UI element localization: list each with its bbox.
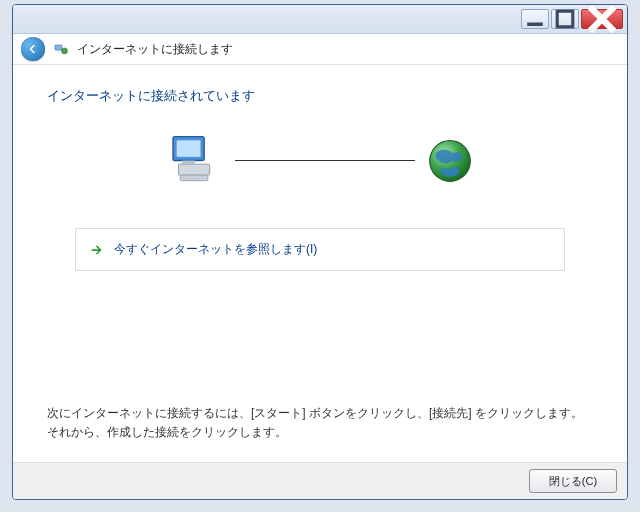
maximize-button[interactable]: [551, 9, 579, 29]
titlebar: [13, 5, 627, 34]
navbar: インターネットに接続します: [13, 34, 627, 65]
svg-point-6: [62, 48, 68, 54]
close-dialog-label: 閉じる(C): [549, 474, 597, 489]
content-area: インターネットに接続されています: [13, 65, 627, 462]
svg-rect-5: [57, 50, 60, 52]
connection-line: [235, 160, 415, 161]
close-dialog-button[interactable]: 閉じる(C): [529, 469, 617, 493]
close-button[interactable]: [581, 9, 623, 29]
minimize-button[interactable]: [521, 9, 549, 29]
computer-icon: [165, 133, 225, 188]
network-wizard-icon: [53, 41, 69, 57]
globe-icon: [425, 136, 475, 186]
browse-internet-option[interactable]: 今すぐインターネットを参照します(I): [75, 228, 565, 271]
svg-rect-10: [182, 161, 195, 165]
arrow-right-icon: [90, 243, 104, 257]
svg-rect-4: [55, 45, 62, 50]
back-button[interactable]: [21, 37, 45, 61]
svg-rect-1: [557, 11, 573, 27]
footer: 閉じる(C): [13, 462, 627, 499]
wizard-window: インターネットに接続します インターネットに接続されています: [12, 4, 628, 500]
connection-graphic: [165, 133, 475, 188]
page-heading: インターネットに接続されています: [47, 87, 593, 105]
instruction-text: 次にインターネットに接続するには、[スタート] ボタンをクリックし、[接続先] …: [47, 404, 593, 442]
svg-rect-8: [177, 140, 201, 157]
option-label: 今すぐインターネットを参照します(I): [114, 241, 317, 258]
svg-rect-11: [180, 175, 208, 181]
svg-rect-9: [179, 164, 210, 175]
wizard-title: インターネットに接続します: [77, 41, 233, 58]
